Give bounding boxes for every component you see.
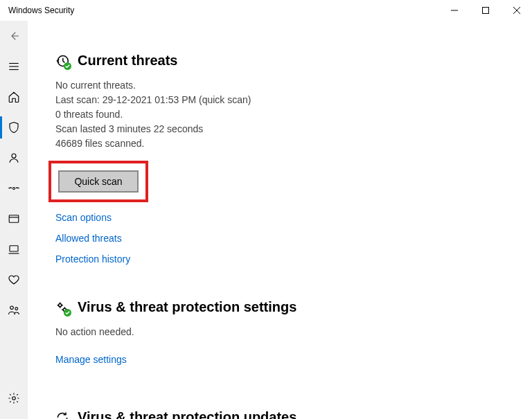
last-scan-text: Last scan: 29-12-2021 01:53 PM (quick sc… bbox=[55, 93, 511, 107]
protection-updates-section: Virus & threat protection updates Securi… bbox=[55, 409, 511, 419]
scan-options-link[interactable]: Scan options bbox=[55, 212, 511, 223]
nav-device-performance[interactable] bbox=[0, 265, 28, 295]
nav-account-protection[interactable] bbox=[0, 143, 28, 173]
svg-rect-9 bbox=[9, 215, 19, 223]
protection-settings-section: Virus & threat protection settings No ac… bbox=[55, 299, 511, 375]
minimize-button[interactable] bbox=[438, 0, 470, 21]
nav-device-security[interactable] bbox=[0, 234, 28, 265]
threats-found-text: 0 threats found. bbox=[55, 107, 511, 122]
svg-point-13 bbox=[10, 306, 14, 310]
content-area: Current threats No current threats. Last… bbox=[28, 21, 532, 419]
scan-duration-text: Scan lasted 3 minutes 22 seconds bbox=[55, 122, 511, 136]
nav-firewall[interactable] bbox=[0, 173, 28, 204]
current-threats-section: Current threats No current threats. Last… bbox=[55, 53, 511, 265]
current-threats-heading: Current threats bbox=[78, 53, 177, 69]
nav-home[interactable] bbox=[0, 82, 28, 112]
quick-scan-button[interactable]: Quick scan bbox=[58, 170, 139, 193]
nav-family-options[interactable] bbox=[0, 295, 28, 326]
svg-point-15 bbox=[12, 397, 16, 400]
protection-updates-heading: Virus & threat protection updates bbox=[78, 409, 296, 419]
quick-scan-label: Quick scan bbox=[74, 176, 122, 187]
nav-settings[interactable] bbox=[0, 383, 28, 413]
protection-settings-heading: Virus & threat protection settings bbox=[78, 299, 296, 315]
titlebar-buttons bbox=[438, 0, 532, 21]
files-scanned-text: 46689 files scanned. bbox=[55, 136, 511, 151]
no-threats-text: No current threats. bbox=[55, 78, 511, 93]
titlebar: Windows Security bbox=[0, 0, 532, 21]
maximize-button[interactable] bbox=[470, 0, 501, 21]
back-button[interactable] bbox=[0, 21, 28, 51]
svg-rect-1 bbox=[482, 8, 488, 14]
nav-virus-protection[interactable] bbox=[0, 112, 28, 143]
window-title: Windows Security bbox=[8, 6, 74, 15]
svg-rect-11 bbox=[10, 246, 18, 251]
svg-point-8 bbox=[13, 188, 15, 190]
menu-button[interactable] bbox=[0, 51, 28, 82]
refresh-icon bbox=[55, 411, 69, 420]
protection-history-link[interactable]: Protection history bbox=[55, 253, 511, 265]
close-button[interactable] bbox=[501, 0, 532, 21]
svg-point-18 bbox=[59, 303, 62, 306]
manage-settings-link[interactable]: Manage settings bbox=[55, 354, 127, 365]
nav-app-browser[interactable] bbox=[0, 204, 28, 234]
svg-point-14 bbox=[15, 307, 18, 310]
svg-point-7 bbox=[12, 154, 16, 158]
gear-icon bbox=[55, 301, 69, 314]
history-icon bbox=[55, 54, 69, 68]
sidebar bbox=[0, 21, 28, 419]
allowed-threats-link[interactable]: Allowed threats bbox=[55, 233, 511, 244]
quick-scan-highlight: Quick scan bbox=[48, 161, 148, 202]
settings-status-text: No action needed. bbox=[55, 325, 511, 339]
